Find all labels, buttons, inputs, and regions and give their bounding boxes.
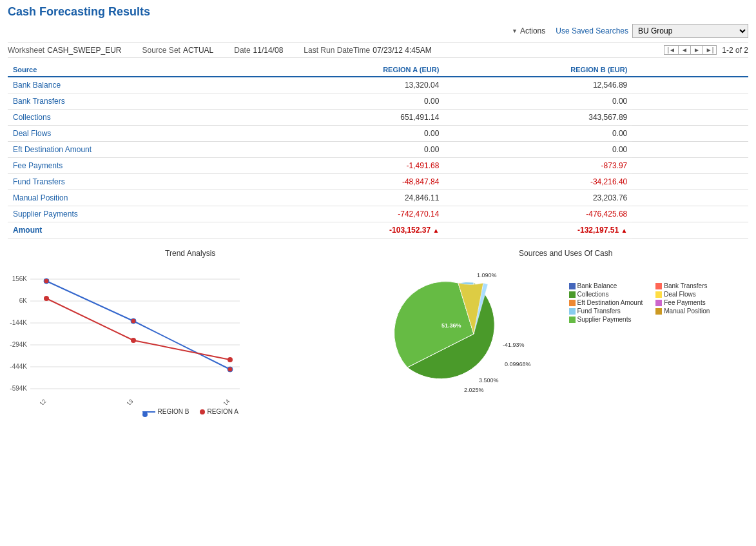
empty-cell	[661, 190, 690, 206]
source-cell: Fee Payments	[8, 158, 258, 174]
empty-cell	[719, 93, 748, 110]
table-row: Fund Transfers -48,847.84 -34,216.40	[8, 174, 748, 190]
legend-regionB: REGION B	[142, 408, 189, 415]
empty-cell	[690, 110, 719, 126]
legend-fee-payments: Fee Payments	[655, 299, 730, 306]
source-cell: Collections	[8, 110, 258, 126]
value-cell-regionB: 0.00	[444, 126, 632, 142]
value-cell-regionA: -742,470.14	[258, 206, 445, 222]
value-cell-regionA: -48,847.84	[258, 174, 445, 190]
empty-cell	[661, 206, 690, 222]
data-table: Source REGION A (EUR) REGION B (EUR) Ban…	[8, 63, 748, 239]
pie-chart-svg: 51.36% -41.93% 1.090% 3.500% 2.025% 0.09…	[383, 263, 564, 405]
pie-chart-container: Sources and Uses Of Cash	[383, 249, 749, 415]
legend-regionA: REGION A	[200, 408, 238, 415]
empty-cell	[719, 126, 748, 142]
first-page-button[interactable]: |◄	[664, 46, 679, 54]
empty-cell	[632, 190, 661, 206]
worksheet-value: CASH_SWEEP_EUR	[47, 46, 121, 55]
trend-chart-title: Trend Analysis	[8, 249, 373, 258]
last-page-button[interactable]: ►|	[703, 46, 717, 54]
svg-text:-144K: -144K	[10, 319, 27, 326]
empty-cell	[690, 93, 719, 110]
value-cell-regionB: -873.97	[444, 158, 632, 174]
col-header-empty2	[661, 63, 690, 77]
svg-text:-444K: -444K	[10, 363, 27, 370]
legend-eft: Eft Destination Amount	[569, 299, 643, 306]
col-header-regionB: REGION B (EUR)	[444, 63, 632, 77]
value-cell-regionA: -1,491.68	[258, 158, 445, 174]
empty-cell	[719, 174, 748, 190]
empty-cell	[661, 142, 690, 158]
empty-cell	[632, 110, 661, 126]
svg-text:156K: 156K	[12, 275, 28, 282]
col-header-regionA: REGION A (EUR)	[258, 63, 445, 77]
top-bar: Actions Use Saved Searches BU Group	[8, 24, 748, 38]
empty-cell	[719, 158, 748, 174]
svg-text:-41.93%: -41.93%	[503, 342, 525, 348]
source-set-item: Source Set ACTUAL	[142, 46, 214, 55]
svg-text:-594K: -594K	[10, 385, 27, 392]
table-row: Manual Position 24,846.11 23,203.76	[8, 190, 748, 206]
value-cell-regionA: 24,846.11	[258, 190, 445, 206]
page-nav[interactable]: |◄ ◄ ► ►|	[664, 45, 717, 55]
trend-chart-svg: 156K 6K -144K -294K -444K -594K 2008-11-…	[8, 263, 253, 405]
source-cell: Deal Flows	[8, 126, 258, 142]
table-row: Collections 651,491.14 343,567.89	[8, 110, 748, 126]
svg-point-20	[228, 357, 233, 362]
empty-cell	[719, 222, 748, 239]
legend-fund-transfers: Fund Transfers	[569, 307, 643, 315]
value-cell-regionB: 0.00	[444, 142, 632, 158]
actions-label: Actions	[520, 26, 545, 35]
saved-searches-select[interactable]: BU Group	[632, 24, 748, 38]
table-row: Eft Destination Amount 0.00 0.00	[8, 142, 748, 158]
empty-cell	[690, 222, 719, 239]
value-cell-regionA: 651,491.14	[258, 110, 445, 126]
svg-point-16	[131, 318, 136, 324]
col-header-empty4	[719, 63, 748, 77]
source-cell: Bank Balance	[8, 77, 258, 93]
pie-chart-title: Sources and Uses Of Cash	[383, 249, 749, 258]
svg-text:0.09968%: 0.09968%	[505, 361, 531, 367]
source-set-label: Source Set	[142, 46, 180, 55]
empty-cell	[632, 158, 661, 174]
empty-cell	[632, 126, 661, 142]
empty-cell	[719, 206, 748, 222]
actions-button[interactable]: Actions	[512, 26, 545, 35]
svg-text:51.36%: 51.36%	[441, 322, 461, 329]
next-page-button[interactable]: ►	[691, 46, 703, 54]
source-cell: Fund Transfers	[8, 174, 258, 190]
svg-point-15	[44, 278, 49, 284]
date-label: Date	[234, 46, 250, 55]
empty-cell	[632, 77, 661, 93]
empty-cell	[632, 222, 661, 239]
empty-cell	[632, 142, 661, 158]
source-cell: Supplier Payments	[8, 206, 258, 222]
source-cell: Eft Destination Amount	[8, 142, 258, 158]
last-run-value: 07/23/12 4:45AM	[373, 46, 431, 55]
legend-supplier-payments: Supplier Payments	[569, 316, 643, 323]
legend-deal-flows: Deal Flows	[655, 291, 730, 298]
legend-collections: Collections	[569, 291, 643, 298]
saved-searches-section: Use Saved Searches BU Group	[556, 24, 748, 38]
page-title: Cash Forecasting Results	[8, 5, 748, 19]
pie-legend: Bank Balance Bank Transfers Collections	[569, 282, 730, 323]
empty-cell	[661, 110, 690, 126]
empty-cell	[632, 206, 661, 222]
empty-cell	[690, 126, 719, 142]
value-cell-regionA: 0.00	[258, 93, 445, 110]
page-count: 1-2 of 2	[722, 46, 748, 55]
empty-cell	[690, 158, 719, 174]
empty-cell	[719, 77, 748, 93]
source-set-value: ACTUAL	[183, 46, 213, 55]
table-row: Bank Transfers 0.00 0.00	[8, 93, 748, 110]
saved-searches-label: Use Saved Searches	[556, 26, 628, 35]
value-cell-regionA: 0.00	[258, 126, 445, 142]
worksheet-item: Worksheet CASH_SWEEP_EUR	[8, 46, 122, 55]
last-run-item: Last Run DateTime 07/23/12 4:45AM	[304, 46, 431, 55]
prev-page-button[interactable]: ◄	[679, 46, 691, 54]
svg-text:2008-11-12: 2008-11-12	[22, 398, 48, 405]
empty-cell	[632, 93, 661, 110]
value-cell-regionA: 0.00	[258, 142, 445, 158]
svg-text:6K: 6K	[19, 297, 28, 304]
